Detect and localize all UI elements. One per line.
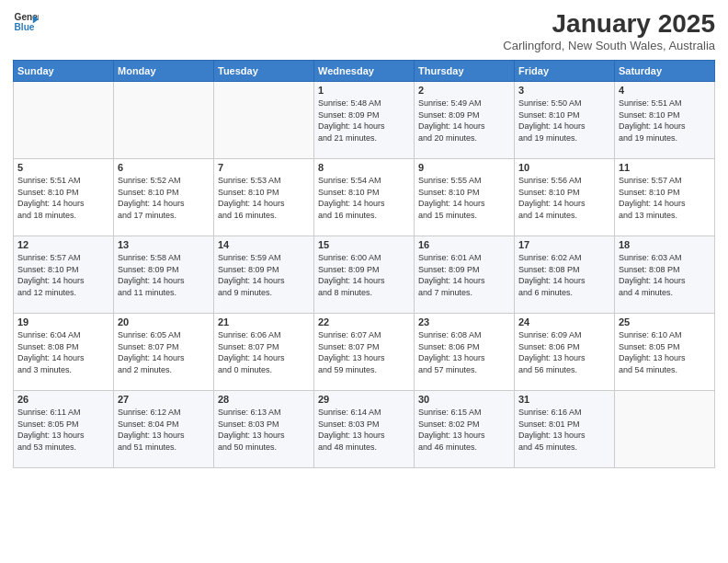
table-row: 25Sunrise: 6:10 AM Sunset: 8:05 PM Dayli… xyxy=(615,314,715,391)
day-info: Sunrise: 6:09 AM Sunset: 8:06 PM Dayligh… xyxy=(518,329,610,375)
col-monday: Monday xyxy=(114,61,214,82)
table-row: 1Sunrise: 5:48 AM Sunset: 8:09 PM Daylig… xyxy=(314,82,415,159)
day-info: Sunrise: 5:57 AM Sunset: 8:10 PM Dayligh… xyxy=(17,252,109,298)
day-info: Sunrise: 6:04 AM Sunset: 8:08 PM Dayligh… xyxy=(17,329,109,375)
table-row: 4Sunrise: 5:51 AM Sunset: 8:10 PM Daylig… xyxy=(615,82,715,159)
col-tuesday: Tuesday xyxy=(214,61,314,82)
table-row: 29Sunrise: 6:14 AM Sunset: 8:03 PM Dayli… xyxy=(314,391,415,468)
calendar-week-row: 19Sunrise: 6:04 AM Sunset: 8:08 PM Dayli… xyxy=(14,314,715,391)
col-thursday: Thursday xyxy=(415,61,515,82)
day-number: 7 xyxy=(218,162,310,173)
table-row xyxy=(114,82,214,159)
day-info: Sunrise: 6:02 AM Sunset: 8:08 PM Dayligh… xyxy=(518,252,610,298)
table-row: 22Sunrise: 6:07 AM Sunset: 8:07 PM Dayli… xyxy=(314,314,415,391)
day-info: Sunrise: 6:01 AM Sunset: 8:09 PM Dayligh… xyxy=(418,252,510,298)
table-row: 5Sunrise: 5:51 AM Sunset: 8:10 PM Daylig… xyxy=(14,159,114,236)
calendar-header-row: Sunday Monday Tuesday Wednesday Thursday… xyxy=(14,61,715,82)
day-info: Sunrise: 6:05 AM Sunset: 8:07 PM Dayligh… xyxy=(118,329,210,375)
calendar-week-row: 12Sunrise: 5:57 AM Sunset: 8:10 PM Dayli… xyxy=(14,236,715,314)
col-wednesday: Wednesday xyxy=(314,61,415,82)
day-info: Sunrise: 6:03 AM Sunset: 8:08 PM Dayligh… xyxy=(619,252,711,298)
calendar-week-row: 5Sunrise: 5:51 AM Sunset: 8:10 PM Daylig… xyxy=(14,159,715,236)
page: General Blue January 2025 Carlingford, N… xyxy=(0,0,728,563)
table-row: 16Sunrise: 6:01 AM Sunset: 8:09 PM Dayli… xyxy=(415,236,515,314)
day-number: 5 xyxy=(17,162,109,173)
table-row: 13Sunrise: 5:58 AM Sunset: 8:09 PM Dayli… xyxy=(114,236,214,314)
table-row: 15Sunrise: 6:00 AM Sunset: 8:09 PM Dayli… xyxy=(314,236,415,314)
day-info: Sunrise: 5:57 AM Sunset: 8:10 PM Dayligh… xyxy=(619,175,711,221)
calendar-week-row: 26Sunrise: 6:11 AM Sunset: 8:05 PM Dayli… xyxy=(14,391,715,468)
day-info: Sunrise: 6:00 AM Sunset: 8:09 PM Dayligh… xyxy=(318,252,410,298)
col-sunday: Sunday xyxy=(14,61,114,82)
table-row: 19Sunrise: 6:04 AM Sunset: 8:08 PM Dayli… xyxy=(14,314,114,391)
day-number: 22 xyxy=(318,316,410,327)
table-row: 17Sunrise: 6:02 AM Sunset: 8:08 PM Dayli… xyxy=(515,236,615,314)
day-number: 17 xyxy=(518,239,610,250)
day-info: Sunrise: 6:12 AM Sunset: 8:04 PM Dayligh… xyxy=(118,407,210,453)
table-row: 23Sunrise: 6:08 AM Sunset: 8:06 PM Dayli… xyxy=(415,314,515,391)
title-block: January 2025 Carlingford, New South Wale… xyxy=(503,9,715,52)
day-info: Sunrise: 6:08 AM Sunset: 8:06 PM Dayligh… xyxy=(418,329,510,375)
table-row: 28Sunrise: 6:13 AM Sunset: 8:03 PM Dayli… xyxy=(214,391,314,468)
table-row: 3Sunrise: 5:50 AM Sunset: 8:10 PM Daylig… xyxy=(515,82,615,159)
day-info: Sunrise: 5:49 AM Sunset: 8:09 PM Dayligh… xyxy=(418,98,510,144)
calendar: Sunday Monday Tuesday Wednesday Thursday… xyxy=(13,60,715,468)
table-row: 24Sunrise: 6:09 AM Sunset: 8:06 PM Dayli… xyxy=(515,314,615,391)
table-row: 14Sunrise: 5:59 AM Sunset: 8:09 PM Dayli… xyxy=(214,236,314,314)
table-row: 8Sunrise: 5:54 AM Sunset: 8:10 PM Daylig… xyxy=(314,159,415,236)
day-number: 10 xyxy=(518,162,610,173)
day-number: 3 xyxy=(518,85,610,96)
table-row: 30Sunrise: 6:15 AM Sunset: 8:02 PM Dayli… xyxy=(415,391,515,468)
col-saturday: Saturday xyxy=(615,61,715,82)
day-info: Sunrise: 6:06 AM Sunset: 8:07 PM Dayligh… xyxy=(218,329,310,375)
day-number: 6 xyxy=(118,162,210,173)
day-number: 25 xyxy=(619,316,711,327)
table-row: 31Sunrise: 6:16 AM Sunset: 8:01 PM Dayli… xyxy=(515,391,615,468)
day-info: Sunrise: 5:48 AM Sunset: 8:09 PM Dayligh… xyxy=(318,98,410,144)
calendar-week-row: 1Sunrise: 5:48 AM Sunset: 8:09 PM Daylig… xyxy=(14,82,715,159)
day-number: 23 xyxy=(418,316,510,327)
table-row: 7Sunrise: 5:53 AM Sunset: 8:10 PM Daylig… xyxy=(214,159,314,236)
day-number: 15 xyxy=(318,239,410,250)
table-row: 9Sunrise: 5:55 AM Sunset: 8:10 PM Daylig… xyxy=(415,159,515,236)
day-number: 27 xyxy=(118,394,210,405)
day-number: 8 xyxy=(318,162,410,173)
day-number: 11 xyxy=(619,162,711,173)
svg-text:Blue: Blue xyxy=(15,22,35,32)
day-number: 12 xyxy=(17,239,109,250)
day-number: 21 xyxy=(218,316,310,327)
subtitle: Carlingford, New South Wales, Australia xyxy=(503,39,715,52)
day-info: Sunrise: 6:13 AM Sunset: 8:03 PM Dayligh… xyxy=(218,407,310,453)
day-number: 13 xyxy=(118,239,210,250)
day-info: Sunrise: 5:52 AM Sunset: 8:10 PM Dayligh… xyxy=(118,175,210,221)
table-row: 11Sunrise: 5:57 AM Sunset: 8:10 PM Dayli… xyxy=(615,159,715,236)
day-number: 1 xyxy=(318,85,410,96)
day-info: Sunrise: 5:55 AM Sunset: 8:10 PM Dayligh… xyxy=(418,175,510,221)
day-number: 29 xyxy=(318,394,410,405)
day-number: 16 xyxy=(418,239,510,250)
table-row: 20Sunrise: 6:05 AM Sunset: 8:07 PM Dayli… xyxy=(114,314,214,391)
day-number: 30 xyxy=(418,394,510,405)
day-number: 31 xyxy=(518,394,610,405)
day-info: Sunrise: 5:56 AM Sunset: 8:10 PM Dayligh… xyxy=(518,175,610,221)
table-row: 21Sunrise: 6:06 AM Sunset: 8:07 PM Dayli… xyxy=(214,314,314,391)
table-row: 6Sunrise: 5:52 AM Sunset: 8:10 PM Daylig… xyxy=(114,159,214,236)
day-info: Sunrise: 5:53 AM Sunset: 8:10 PM Dayligh… xyxy=(218,175,310,221)
table-row xyxy=(14,82,114,159)
day-info: Sunrise: 6:07 AM Sunset: 8:07 PM Dayligh… xyxy=(318,329,410,375)
day-info: Sunrise: 6:10 AM Sunset: 8:05 PM Dayligh… xyxy=(619,329,711,375)
day-info: Sunrise: 5:50 AM Sunset: 8:10 PM Dayligh… xyxy=(518,98,610,144)
header: General Blue January 2025 Carlingford, N… xyxy=(13,9,715,52)
day-number: 4 xyxy=(619,85,711,96)
day-info: Sunrise: 5:51 AM Sunset: 8:10 PM Dayligh… xyxy=(17,175,109,221)
day-number: 9 xyxy=(418,162,510,173)
day-info: Sunrise: 5:54 AM Sunset: 8:10 PM Dayligh… xyxy=(318,175,410,221)
day-info: Sunrise: 6:16 AM Sunset: 8:01 PM Dayligh… xyxy=(518,407,610,453)
month-title: January 2025 xyxy=(503,9,715,39)
day-number: 28 xyxy=(218,394,310,405)
day-number: 14 xyxy=(218,239,310,250)
day-info: Sunrise: 6:15 AM Sunset: 8:02 PM Dayligh… xyxy=(418,407,510,453)
table-row: 12Sunrise: 5:57 AM Sunset: 8:10 PM Dayli… xyxy=(14,236,114,314)
col-friday: Friday xyxy=(515,61,615,82)
logo-icon: General Blue xyxy=(13,9,39,35)
